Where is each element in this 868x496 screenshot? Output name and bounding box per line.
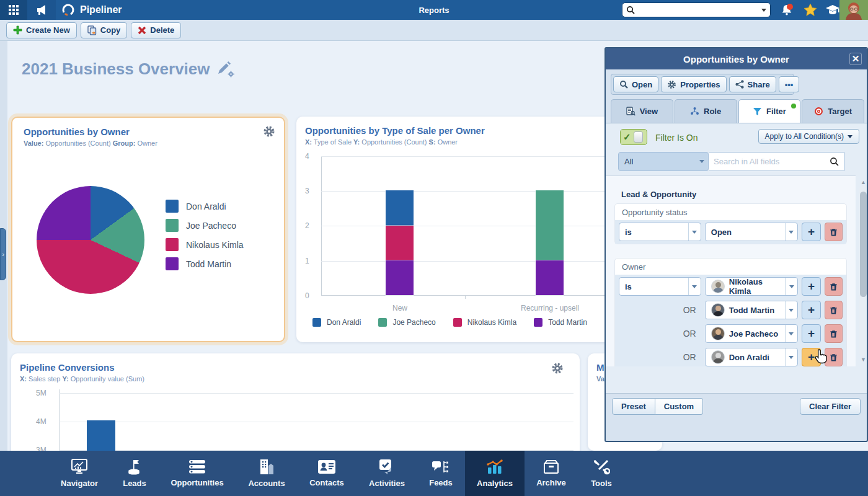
navigator-icon: [69, 459, 89, 475]
nav-analytics[interactable]: Analytics: [465, 451, 525, 496]
scrollbar-thumb[interactable]: [860, 192, 867, 297]
condition-row: OR Todd Martin +: [615, 298, 846, 322]
delete-condition-button[interactable]: [825, 324, 843, 343]
x-label: New: [392, 304, 407, 312]
custom-button[interactable]: Custom: [655, 398, 703, 415]
scroll-down-arrow[interactable]: ▼: [861, 356, 866, 363]
edit-report-icon[interactable]: [216, 61, 235, 78]
y-tick: 4: [305, 152, 316, 161]
clear-filter-button[interactable]: Clear Filter: [800, 398, 861, 415]
open-button[interactable]: Open: [613, 76, 658, 92]
tab-role[interactable]: Role: [675, 99, 737, 123]
create-new-button[interactable]: Create New: [6, 22, 77, 38]
owner-value-select[interactable]: Nikolaus Kimla: [705, 277, 798, 296]
global-search-input[interactable]: [638, 6, 758, 14]
scroll-up-arrow[interactable]: ▲: [861, 179, 866, 185]
owner-value-select[interactable]: Todd Martin: [705, 301, 798, 319]
y-tick: 1: [305, 257, 316, 265]
operator-select[interactable]: is: [619, 223, 701, 241]
card-subtitle: X: Sales step Y: Opportunity value (Sum): [20, 375, 144, 383]
filter-active-dot: [791, 104, 796, 108]
nav-activities[interactable]: Activities: [357, 451, 417, 496]
delete-condition-button[interactable]: [825, 223, 843, 241]
nav-navigator[interactable]: Navigator: [50, 451, 109, 496]
panel-scrollbar[interactable]: ▲ ▼: [859, 178, 867, 364]
megaphone-icon: [35, 4, 48, 16]
filter-search-input[interactable]: [714, 157, 830, 166]
board-title: 2021 Business Overview: [22, 60, 210, 79]
pie-chart[interactable]: [37, 186, 144, 294]
card-pipeline-conversions[interactable]: Pipeline Conversions X: Sales step Y: Op…: [11, 353, 580, 459]
apply-condition-dropdown[interactable]: Apply to All Condition(s): [758, 129, 859, 144]
expand-sidebar-handle[interactable]: ›: [0, 228, 6, 280]
copy-button[interactable]: Copy: [81, 22, 128, 38]
tab-view[interactable]: View: [611, 99, 673, 123]
close-icon[interactable]: ✕: [849, 53, 862, 65]
favorites-button[interactable]: [799, 0, 822, 20]
announcements-button[interactable]: [27, 0, 56, 20]
report-toolbar: Create New Copy Delete: [0, 20, 868, 41]
panel-footer: Preset Custom Clear Filter: [606, 393, 867, 418]
filter-search[interactable]: [709, 152, 844, 171]
avatar-photo: [839, 0, 868, 20]
stacked-bar[interactable]: [386, 190, 414, 295]
tab-target[interactable]: Target: [802, 99, 864, 123]
trash-icon: [829, 281, 838, 291]
pie-legend: Don Araldi Joe Pacheco Nikolaus Kimla To…: [166, 200, 244, 277]
nav-leads[interactable]: Leads: [105, 451, 164, 496]
share-button[interactable]: Share: [729, 76, 776, 92]
tools-icon: [593, 459, 610, 475]
tab-filter[interactable]: Filter: [738, 99, 801, 123]
nav-contacts[interactable]: Contacts: [297, 451, 356, 496]
copy-icon: [87, 25, 97, 35]
grid-icon: [9, 5, 19, 15]
card-type-of-sale[interactable]: Opportunities by Type of Sale per Owner …: [296, 117, 619, 342]
owner-value-select[interactable]: Don Araldi: [705, 348, 798, 366]
add-condition-button[interactable]: +: [802, 324, 821, 343]
value-select[interactable]: Open: [705, 223, 798, 241]
legend-item: Joe Pacheco: [378, 318, 435, 327]
delete-condition-button[interactable]: [825, 301, 843, 319]
add-condition-button[interactable]: +: [802, 277, 821, 296]
more-button[interactable]: •••: [779, 76, 800, 92]
preset-button[interactable]: Preset: [612, 398, 655, 415]
delete-condition-button[interactable]: [825, 277, 843, 296]
nav-feeds[interactable]: Feeds: [411, 451, 471, 496]
nav-accounts[interactable]: Accounts: [237, 451, 296, 496]
trash-icon: [829, 352, 838, 362]
or-label: OR: [619, 305, 701, 315]
global-search[interactable]: [622, 2, 771, 17]
graduation-cap-icon: [825, 4, 840, 16]
delete-button[interactable]: Delete: [131, 22, 181, 38]
check-icon: ✓: [623, 131, 631, 143]
card-opportunities-by-owner[interactable]: Opportunities by Owner Value: Opportunit…: [11, 117, 285, 342]
brand-name: Pipeliner: [80, 4, 122, 16]
filter-conditions-scroll[interactable]: Lead & Opportunity Opportunity status is…: [606, 175, 856, 366]
delete-x-icon: [138, 26, 146, 35]
search-dropdown-caret[interactable]: [761, 9, 766, 14]
pipeliner-swirl-icon: [61, 2, 76, 17]
board-title-row: 2021 Business Overview: [22, 60, 235, 79]
nav-tools[interactable]: Tools: [572, 451, 631, 496]
add-condition-button[interactable]: +: [802, 301, 821, 319]
pipeliner-logo[interactable]: Pipeliner: [61, 0, 122, 20]
legend-swatch: [534, 318, 542, 327]
owner-avatar: [711, 280, 725, 293]
field-scope-select[interactable]: All: [618, 152, 709, 171]
filter-on-toggle[interactable]: ✓: [620, 129, 647, 145]
nav-opportunities[interactable]: Opportunities: [167, 451, 227, 496]
role-icon: [690, 107, 699, 116]
app-grid-button[interactable]: [0, 0, 27, 20]
owner-value-select[interactable]: Joe Pacheco: [705, 324, 798, 343]
y-tick: 2: [305, 221, 316, 230]
card-settings-gear-icon[interactable]: [551, 362, 564, 374]
user-avatar[interactable]: [839, 0, 868, 20]
bell-icon: [780, 3, 794, 17]
notifications-button[interactable]: [775, 0, 799, 20]
legend-swatch: [166, 257, 179, 270]
stacked-bar[interactable]: [536, 190, 564, 295]
operator-select[interactable]: is: [619, 277, 701, 296]
properties-button[interactable]: Properties: [661, 76, 726, 92]
card-settings-gear-icon[interactable]: [263, 125, 275, 138]
add-condition-button[interactable]: +: [802, 223, 821, 241]
